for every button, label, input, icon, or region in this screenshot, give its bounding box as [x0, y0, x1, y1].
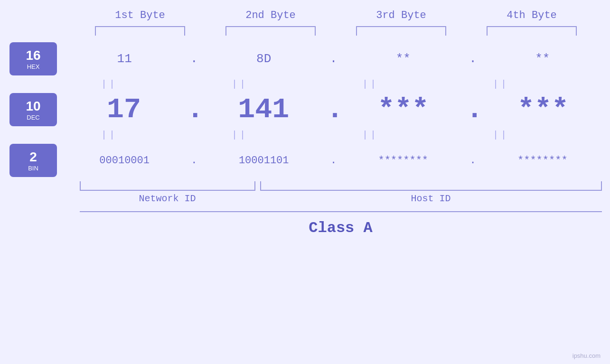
hex-val-b1: 11 [72, 52, 177, 66]
eq7: || [318, 130, 422, 140]
network-bracket [80, 181, 255, 191]
bin-base-num: 2 [29, 149, 37, 165]
header-byte2: 2nd Byte [218, 9, 323, 21]
header-byte1: 1st Byte [88, 9, 192, 21]
dec-dot1: . [187, 93, 201, 126]
hex-dot1: . [188, 52, 200, 66]
eq2: || [188, 79, 292, 90]
bin-val-b1: 00010001 [72, 155, 177, 167]
eq3: || [318, 79, 422, 90]
dec-val-b3: *** [351, 93, 456, 126]
equals-row-2: || || || || [44, 130, 566, 140]
bin-base-label: 2 BIN [9, 144, 57, 177]
host-bracket [260, 181, 602, 191]
dec-dot2: . [326, 93, 340, 126]
bracket-byte4 [487, 26, 577, 36]
bin-dot1: . [188, 155, 200, 167]
bin-val-b4: ******** [490, 155, 595, 167]
dec-base-label: 10 DEC [9, 93, 57, 126]
bracket-labels: Network ID Host ID [80, 193, 602, 204]
bin-dot2: . [328, 155, 339, 167]
hex-dot3: . [467, 52, 479, 66]
header-byte3: 3rd Byte [349, 9, 453, 21]
bin-val-b2: 10001101 [212, 155, 316, 167]
bracket-byte2 [225, 26, 316, 36]
byte-headers: 1st Byte 2nd Byte 3rd Byte 4th Byte [75, 9, 597, 21]
bin-val-b3: ******** [351, 155, 455, 167]
network-id-label: Network ID [80, 193, 255, 204]
eq4: || [449, 79, 553, 90]
host-id-label: Host ID [260, 193, 602, 204]
hex-row: 16 HEX 11 . 8D . ** . ** [0, 42, 610, 75]
bin-row: 2 BIN 00010001 . 10001101 . ******** . *… [0, 144, 610, 177]
top-brackets [75, 26, 597, 36]
hex-val-b3: ** [351, 52, 455, 66]
dec-val-b2: 141 [211, 93, 316, 126]
dec-val-b4: *** [491, 93, 595, 126]
dec-row: 10 DEC 17 . 141 . *** . *** [0, 93, 610, 126]
bracket-byte3 [356, 26, 446, 36]
bin-base-name: BIN [28, 165, 38, 172]
bottom-brackets [80, 181, 602, 191]
equals-row-1: || || || || [44, 79, 566, 90]
watermark: ipshu.com [572, 352, 601, 359]
dec-base-num: 10 [26, 99, 40, 114]
eq5: || [57, 130, 161, 140]
eq6: || [188, 130, 292, 140]
hex-values: 11 . 8D . ** . ** [66, 52, 601, 66]
hex-base-name: HEX [27, 63, 40, 70]
dec-values: 17 . 141 . *** . *** [66, 93, 601, 126]
header-byte4: 4th Byte [479, 9, 584, 21]
main-container: 1st Byte 2nd Byte 3rd Byte 4th Byte 16 H… [0, 0, 610, 364]
class-label: Class A [309, 219, 372, 237]
hex-base-label: 16 HEX [9, 42, 57, 75]
eq8: || [449, 130, 553, 140]
bin-values: 00010001 . 10001101 . ******** . *******… [66, 155, 601, 167]
bin-dot3: . [467, 155, 479, 167]
class-section: Class A [80, 211, 602, 237]
dec-dot3: . [466, 93, 480, 126]
hex-base-num: 16 [26, 48, 40, 63]
bracket-byte1 [95, 26, 185, 36]
hex-dot2: . [328, 52, 339, 66]
dec-val-b1: 17 [72, 93, 176, 126]
hex-val-b4: ** [490, 52, 595, 66]
eq1: || [57, 79, 161, 90]
bottom-section: Network ID Host ID [80, 181, 602, 204]
dec-base-name: DEC [27, 114, 39, 121]
hex-val-b2: 8D [212, 52, 316, 66]
